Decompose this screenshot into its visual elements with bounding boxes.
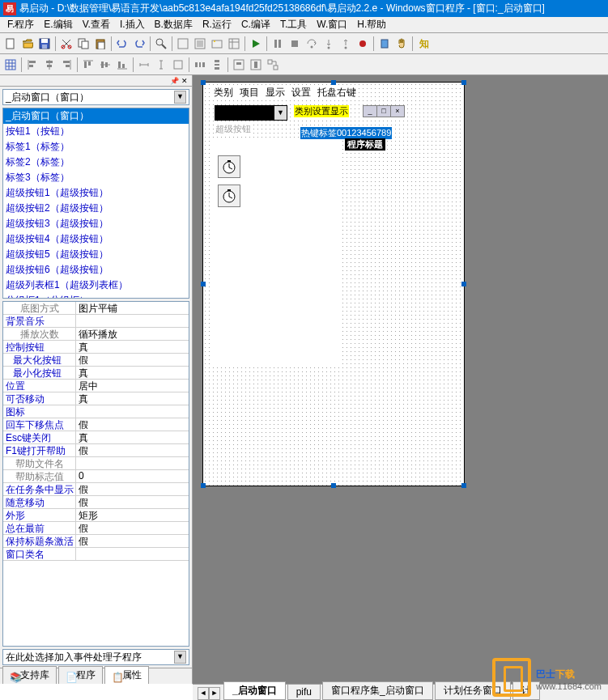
find-icon[interactable] <box>153 36 169 52</box>
menu-help[interactable]: H.帮助 <box>353 18 390 32</box>
resize-handle[interactable] <box>461 483 466 488</box>
object-selector[interactable]: _启动窗口（窗口） ▼ <box>2 89 189 105</box>
dropdown-arrow-icon[interactable]: ▼ <box>174 91 186 104</box>
resize-handle[interactable] <box>461 80 466 85</box>
property-row[interactable]: 可否移动真 <box>3 392 189 405</box>
resize-handle[interactable] <box>201 483 206 488</box>
resize-handle[interactable] <box>331 483 336 488</box>
btn-c-icon[interactable] <box>209 36 225 52</box>
form-tab[interactable]: 项目 <box>240 86 259 100</box>
property-value[interactable]: 真 <box>76 341 189 353</box>
property-value[interactable]: 假 <box>76 444 189 456</box>
property-row[interactable]: 图标 <box>3 405 189 418</box>
property-row[interactable]: F1键打开帮助假 <box>3 444 189 457</box>
list-item[interactable]: 标签3（标签） <box>3 170 189 185</box>
property-value[interactable] <box>76 405 189 418</box>
property-row[interactable]: Esc键关闭真 <box>3 431 189 444</box>
form-tab[interactable]: 显示 <box>266 86 285 100</box>
tab-support-lib[interactable]: 📚支持库 <box>2 666 57 684</box>
align-center-h-icon[interactable] <box>41 57 57 73</box>
btn-d-icon[interactable] <box>226 36 242 52</box>
menu-edit[interactable]: E.编辑 <box>40 18 76 32</box>
property-value[interactable]: 假 <box>76 354 189 366</box>
close-button[interactable]: × <box>390 105 405 117</box>
menu-file[interactable]: F.程序 <box>3 18 38 32</box>
property-row[interactable]: 帮助文件名 <box>3 457 189 470</box>
property-row[interactable]: 背景音乐 <box>3 315 189 328</box>
label-program-title[interactable]: 程序标题 <box>345 138 385 151</box>
property-row[interactable]: 最小化按钮真 <box>3 367 189 380</box>
property-row[interactable]: 位置居中 <box>3 380 189 392</box>
form-tab[interactable]: 设置 <box>291 86 311 100</box>
menu-view[interactable]: V.查看 <box>79 18 114 32</box>
close-panel-icon[interactable]: ✕ <box>181 77 189 85</box>
menu-database[interactable]: B.数据库 <box>151 18 197 32</box>
property-value[interactable]: 真 <box>76 431 189 443</box>
resize-handle[interactable] <box>201 282 206 286</box>
stop-icon[interactable] <box>287 36 303 52</box>
list-item[interactable]: 超级按钮1（超级按钮） <box>3 185 189 201</box>
same-width-icon[interactable] <box>136 57 152 73</box>
property-value[interactable]: 循环播放 <box>76 328 189 340</box>
tab-program[interactable]: 📄程序 <box>58 666 103 684</box>
property-value[interactable]: 图片平铺 <box>76 302 189 314</box>
dist-h-icon[interactable] <box>192 57 208 73</box>
property-row[interactable]: 控制按钮真 <box>3 341 189 354</box>
list-item[interactable]: 分组框1（分组框） <box>3 293 189 299</box>
form-tab[interactable]: 类别 <box>214 86 233 100</box>
resize-handle[interactable] <box>201 80 206 85</box>
menu-tools[interactable]: T.工具 <box>276 18 311 32</box>
list-item[interactable]: 标签2（标签） <box>3 155 189 170</box>
pin-icon[interactable]: 📌 <box>170 77 178 85</box>
property-grid[interactable]: 底图方式图片平铺背景音乐播放次数循环播放控制按钮真最大化按钮假最小化按钮真位置居… <box>2 301 189 647</box>
list-item[interactable]: 超级按钮3（超级按钮） <box>3 216 189 231</box>
property-value[interactable]: 假 <box>76 522 189 534</box>
event-selector[interactable]: 在此处选择加入事件处理子程序 ▼ <box>2 649 189 665</box>
label-super-button[interactable]: 超级按钮 <box>215 123 252 135</box>
property-value[interactable]: 矩形 <box>76 509 189 521</box>
help-icon[interactable]: 知 <box>415 36 432 52</box>
property-row[interactable]: 随意移动假 <box>3 496 189 509</box>
tab-nav-prev[interactable]: ◄ <box>198 687 209 700</box>
property-value[interactable]: 真 <box>76 367 189 379</box>
tab-nav-next[interactable]: ► <box>209 687 220 700</box>
paste-icon[interactable] <box>92 36 108 52</box>
dist-v-icon[interactable] <box>209 57 225 73</box>
minimize-button[interactable]: _ <box>363 105 377 117</box>
cut-icon[interactable] <box>58 36 74 52</box>
tab-properties[interactable]: 📋属性 <box>104 666 149 684</box>
property-row[interactable]: 帮助标志值0 <box>3 470 189 483</box>
label-category-setting[interactable]: 类别设置显示 <box>294 105 349 117</box>
list-item[interactable]: 按钮1（按钮） <box>3 124 189 139</box>
property-value[interactable] <box>76 457 189 469</box>
tab-order-icon[interactable] <box>265 57 281 73</box>
hand-icon[interactable] <box>393 36 410 52</box>
pause-icon[interactable] <box>270 36 286 52</box>
grid-icon[interactable] <box>2 57 19 73</box>
property-value[interactable]: 假 <box>76 535 189 547</box>
btn-a-icon[interactable] <box>175 36 191 52</box>
center-form-v-icon[interactable] <box>248 57 264 73</box>
property-value[interactable] <box>76 548 189 560</box>
property-row[interactable]: 底图方式图片平铺 <box>3 302 189 315</box>
align-left-icon[interactable] <box>24 57 40 73</box>
form-tab[interactable]: 托盘右键 <box>317 86 356 100</box>
align-top-icon[interactable] <box>80 57 96 73</box>
list-item[interactable]: _启动窗口（窗口） <box>3 108 189 124</box>
timer1-widget[interactable] <box>218 155 240 178</box>
undo-icon[interactable] <box>114 36 130 52</box>
align-right-icon[interactable] <box>58 57 74 73</box>
menu-window[interactable]: W.窗口 <box>313 18 351 32</box>
property-value[interactable]: 假 <box>76 418 189 431</box>
doc-tab[interactable]: 窗口程序集_启动窗口 <box>322 681 433 700</box>
property-value[interactable] <box>76 315 189 327</box>
breakpoint-icon[interactable] <box>355 36 371 52</box>
dropdown-arrow-icon[interactable]: ▼ <box>174 651 186 664</box>
resize-handle[interactable] <box>461 282 466 286</box>
menu-compile[interactable]: C.编译 <box>237 18 274 32</box>
doc-tab[interactable]: _启动窗口 <box>223 681 286 700</box>
label-hotkey[interactable]: 热键标签00123456789 <box>300 127 392 139</box>
menu-run[interactable]: R.运行 <box>198 18 236 32</box>
same-size-icon[interactable] <box>170 57 186 73</box>
bookmark-icon[interactable] <box>376 36 393 52</box>
